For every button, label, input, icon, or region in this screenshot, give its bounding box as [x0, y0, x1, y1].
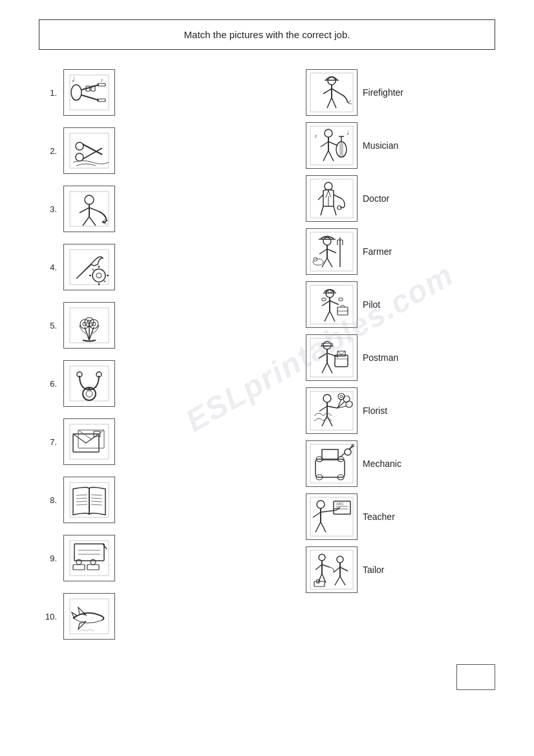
svg-line-138: [319, 353, 327, 358]
picture-box: [63, 127, 115, 174]
svg-rect-0: [70, 75, 109, 110]
svg-line-60: [91, 501, 102, 502]
svg-rect-130: [322, 298, 326, 301]
svg-point-83: [325, 129, 332, 137]
right-picture-box: [306, 175, 358, 222]
svg-line-88: [328, 151, 334, 161]
item-number: 10.: [39, 612, 57, 621]
svg-rect-25: [70, 250, 109, 285]
item-number: 4.: [39, 263, 57, 272]
farmer-svg: [309, 231, 354, 272]
svg-line-103: [334, 195, 341, 199]
svg-line-86: [328, 142, 337, 146]
picture-box: [63, 360, 115, 407]
fire-illustration: [67, 188, 112, 230]
right-picture-box: [306, 69, 358, 116]
svg-line-37: [89, 327, 94, 340]
svg-line-32: [92, 269, 94, 270]
svg-line-54: [76, 495, 87, 495]
svg-point-158: [346, 401, 352, 407]
doctor-svg: [309, 178, 354, 219]
svg-line-150: [322, 416, 327, 426]
teacher-svg: ABC: [309, 496, 354, 537]
svg-point-135: [323, 341, 331, 349]
svg-point-108: [323, 237, 331, 245]
svg-point-1: [71, 85, 81, 100]
item-number: 7.: [39, 437, 57, 447]
picture-box: [63, 302, 115, 349]
instruction-header: Match the pictures with the correct job.: [39, 19, 495, 50]
svg-rect-183: [310, 550, 353, 589]
svg-line-187: [322, 565, 330, 567]
svg-line-85: [321, 142, 328, 147]
svg-text:♪: ♪: [100, 77, 103, 83]
picture-box: ♩ ♪: [63, 69, 115, 116]
svg-line-20: [83, 217, 89, 226]
picture-box: [63, 477, 115, 523]
svg-text:♪: ♪: [314, 133, 317, 139]
list-item: 2.: [39, 127, 267, 174]
job-label: Farmer: [363, 246, 392, 257]
svg-line-18: [80, 208, 89, 213]
svg-rect-49: [70, 424, 109, 459]
item-number: 9.: [39, 554, 57, 563]
svg-line-70: [103, 544, 107, 549]
svg-line-141: [327, 363, 332, 373]
instruction-text: Match the pictures with the correct job.: [184, 29, 350, 40]
svg-line-177: [321, 522, 326, 532]
svg-line-104: [321, 206, 323, 215]
book-illustration: [67, 479, 112, 521]
left-column: 1. ♩ ♪: [39, 69, 267, 651]
svg-line-56: [76, 501, 87, 502]
svg-line-113: [322, 258, 327, 267]
postman-svg: [309, 337, 354, 378]
svg-line-192: [334, 567, 340, 572]
list-item: 3.: [39, 186, 267, 232]
svg-rect-67: [87, 565, 99, 570]
svg-line-105: [334, 206, 336, 215]
picture-box: [63, 244, 115, 290]
svg-point-69: [91, 559, 96, 565]
right-picture-box: [306, 281, 358, 328]
job-label: Tailor: [363, 565, 384, 575]
right-picture-box: [306, 440, 358, 487]
svg-point-26: [92, 269, 105, 282]
svg-line-176: [315, 522, 321, 532]
right-list-item: Postman: [306, 334, 495, 381]
svg-line-195: [340, 576, 345, 585]
svg-point-68: [76, 559, 81, 565]
job-label: Firefighter: [363, 87, 403, 98]
svg-line-126: [322, 301, 330, 306]
right-picture-box: ABC: [306, 493, 358, 540]
job-label: Musician: [363, 140, 398, 151]
svg-line-57: [76, 504, 87, 505]
svg-rect-165: [322, 449, 338, 460]
right-list-item: Doctor: [306, 175, 495, 222]
right-picture-box: [306, 228, 358, 275]
svg-line-186: [315, 565, 322, 570]
right-list-item: Tailor: [306, 546, 495, 593]
svg-line-112: [327, 249, 336, 253]
classroom-illustration: [67, 537, 112, 579]
svg-point-154: [340, 395, 343, 398]
svg-line-148: [319, 406, 327, 411]
item-number: 2.: [39, 146, 57, 156]
tools-illustration: [67, 246, 112, 288]
right-picture-box: [306, 546, 358, 593]
list-item: 1. ♩ ♪: [39, 69, 267, 116]
svg-point-27: [96, 273, 101, 278]
right-picture-box: [306, 334, 358, 381]
svg-line-79: [332, 98, 336, 108]
svg-point-119: [313, 259, 323, 265]
picture-box: [63, 535, 115, 581]
right-list-item: Farmer: [306, 228, 495, 275]
tailor-svg: [309, 549, 354, 590]
item-number: 5.: [39, 321, 57, 330]
svg-line-193: [340, 567, 348, 571]
picture-box: [63, 186, 115, 232]
svg-line-173: [313, 512, 321, 517]
svg-line-128: [325, 311, 330, 321]
florist-svg: [309, 390, 354, 431]
svg-line-168: [349, 446, 353, 449]
job-label: Doctor: [363, 193, 389, 204]
